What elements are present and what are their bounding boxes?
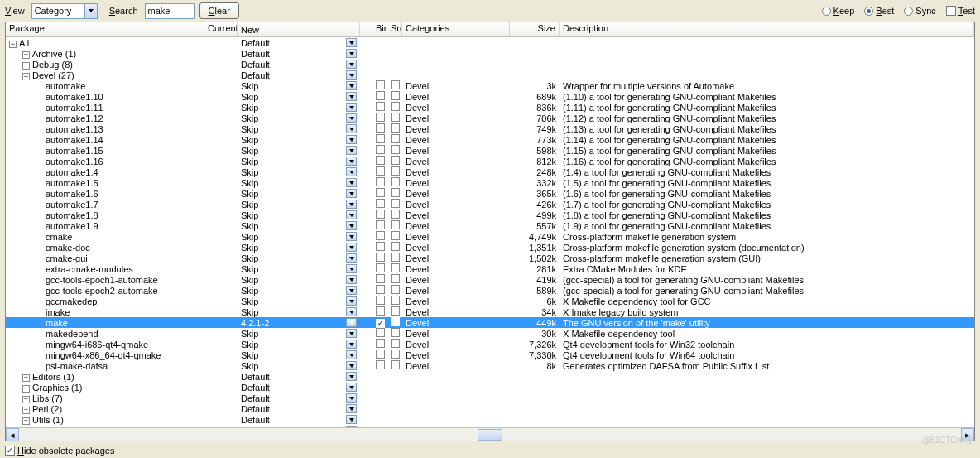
scroll-left-icon[interactable]: ◂ [6, 428, 19, 441]
chevron-down-icon[interactable] [84, 4, 97, 18]
col-bin[interactable]: Bin? [372, 22, 387, 36]
bin-checkbox[interactable] [376, 123, 385, 133]
tree-toggle-icon[interactable]: + [22, 417, 30, 425]
package-row[interactable]: cmake-gui Skip Devel 1,502k Cross-platfo… [6, 253, 974, 263]
chevron-down-icon[interactable] [346, 146, 357, 155]
bin-checkbox[interactable] [376, 274, 385, 283]
chevron-down-icon[interactable] [346, 350, 357, 359]
package-row[interactable]: gcc-tools-epoch2-automake Skip Devel 589… [6, 285, 974, 296]
src-checkbox[interactable] [391, 91, 400, 100]
package-row[interactable]: gcc-tools-epoch1-automake Skip Devel 419… [6, 274, 974, 285]
tree-toggle-icon[interactable]: + [22, 407, 30, 414]
chevron-down-icon[interactable] [346, 393, 357, 403]
src-checkbox[interactable] [391, 123, 400, 133]
chevron-down-icon[interactable] [346, 383, 357, 392]
chevron-down-icon[interactable] [346, 318, 357, 327]
chevron-down-icon[interactable] [346, 157, 357, 166]
test-checkbox[interactable]: Test [946, 6, 975, 16]
chevron-down-icon[interactable] [346, 70, 357, 80]
chevron-down-icon[interactable] [346, 113, 357, 123]
keep-radio[interactable]: Keep [822, 6, 855, 16]
bin-checkbox[interactable] [376, 80, 385, 89]
package-row[interactable]: automake1.15 Skip Devel 598k (1.15) a to… [6, 145, 974, 156]
col-new[interactable]: New [238, 22, 360, 36]
src-checkbox[interactable] [391, 156, 400, 165]
chevron-down-icon[interactable] [346, 243, 357, 252]
src-checkbox[interactable] [391, 306, 400, 316]
col-src[interactable]: Src? [387, 22, 402, 36]
bin-checkbox[interactable] [376, 360, 385, 369]
package-row[interactable]: automake1.4 Skip Devel 248k (1.4) a tool… [6, 166, 974, 177]
category-row[interactable]: −Devel (27) Default [6, 70, 974, 80]
bin-checkbox[interactable] [376, 210, 385, 219]
bin-checkbox[interactable] [376, 145, 385, 154]
chevron-down-icon[interactable] [346, 60, 357, 69]
chevron-down-icon[interactable] [346, 210, 357, 219]
src-checkbox[interactable] [391, 134, 400, 143]
bin-checkbox[interactable] [376, 263, 385, 272]
chevron-down-icon[interactable] [346, 275, 357, 284]
src-checkbox[interactable] [391, 253, 400, 262]
bin-checkbox[interactable] [376, 177, 385, 186]
chevron-down-icon[interactable] [346, 415, 357, 424]
bin-checkbox[interactable] [376, 328, 385, 337]
package-row[interactable]: automake1.9 Skip Devel 557k (1.9) a tool… [6, 220, 974, 231]
package-row[interactable]: psl-make-dafsa Skip Devel 8k Generates o… [6, 360, 974, 371]
chevron-down-icon[interactable] [346, 200, 357, 209]
src-checkbox[interactable] [391, 80, 400, 89]
package-row[interactable]: automake1.8 Skip Devel 499k (1.8) a tool… [6, 210, 974, 220]
bin-checkbox[interactable] [376, 91, 385, 100]
src-checkbox[interactable] [391, 350, 400, 359]
src-checkbox[interactable] [391, 199, 400, 208]
best-radio[interactable]: Best [864, 6, 894, 16]
grid-body[interactable]: −All Default +Archive (1) Default +Debug… [6, 37, 974, 427]
col-size[interactable]: Size [510, 22, 560, 36]
package-row[interactable]: automake1.5 Skip Devel 332k (1.5) a tool… [6, 177, 974, 188]
src-checkbox[interactable] [391, 210, 400, 219]
package-row[interactable]: imake Skip Devel 34k X Imake legacy buil… [6, 306, 974, 317]
bin-checkbox[interactable] [376, 242, 385, 251]
chevron-down-icon[interactable] [346, 189, 357, 198]
category-row[interactable]: −All Default [6, 37, 974, 48]
package-row[interactable]: automake1.12 Skip Devel 706k (1.12) a to… [6, 113, 974, 123]
package-row[interactable]: gccmakedep Skip Devel 6k X Makefile depe… [6, 296, 974, 306]
package-row[interactable]: automake Skip Devel 3k Wrapper for multi… [6, 80, 974, 91]
chevron-down-icon[interactable] [346, 232, 357, 241]
chevron-down-icon[interactable] [346, 135, 357, 144]
package-row[interactable]: cmake Skip Devel 4,749k Cross-platform m… [6, 231, 974, 242]
bin-checkbox[interactable] [376, 285, 385, 294]
package-row[interactable]: automake1.10 Skip Devel 689k (1.10) a to… [6, 91, 974, 102]
chevron-down-icon[interactable] [346, 286, 357, 295]
category-row[interactable]: +Perl (2) Default [6, 403, 974, 414]
search-input[interactable] [145, 3, 195, 19]
category-row[interactable]: +Editors (1) Default [6, 371, 974, 382]
tree-toggle-icon[interactable]: + [22, 51, 30, 59]
chevron-down-icon[interactable] [346, 38, 357, 47]
package-row[interactable]: automake1.11 Skip Devel 836k (1.11) a to… [6, 102, 974, 113]
bin-checkbox[interactable] [376, 166, 385, 176]
src-checkbox[interactable] [391, 113, 400, 122]
category-row[interactable]: +Utils (1) Default [6, 414, 974, 425]
chevron-down-icon[interactable] [346, 81, 357, 90]
category-row[interactable]: +Libs (7) Default [6, 393, 974, 403]
bin-checkbox[interactable] [376, 134, 385, 143]
clear-button[interactable]: Clear [199, 2, 239, 19]
category-row[interactable]: +Graphics (1) Default [6, 382, 974, 393]
chevron-down-icon[interactable] [346, 340, 357, 349]
tree-toggle-icon[interactable]: + [22, 396, 30, 403]
src-checkbox[interactable] [391, 166, 400, 176]
chevron-down-icon[interactable] [346, 329, 357, 338]
package-row[interactable]: automake1.6 Skip Devel 365k (1.6) a tool… [6, 188, 974, 199]
src-checkbox[interactable] [391, 177, 400, 186]
chevron-down-icon[interactable] [346, 372, 357, 381]
chevron-down-icon[interactable] [346, 253, 357, 263]
src-checkbox[interactable] [391, 317, 400, 326]
col-description[interactable]: Description [560, 22, 974, 36]
package-row[interactable]: mingw64-x86_64-qt4-qmake Skip Devel 7,33… [6, 350, 974, 360]
category-row[interactable]: +Archive (1) Default [6, 48, 974, 59]
sync-radio[interactable]: Sync [904, 6, 935, 16]
package-row[interactable]: automake1.14 Skip Devel 773k (1.14) a to… [6, 134, 974, 145]
src-checkbox[interactable] [391, 360, 400, 369]
tree-toggle-icon[interactable]: + [22, 62, 30, 70]
category-row[interactable]: +Debug (8) Default [6, 59, 974, 70]
